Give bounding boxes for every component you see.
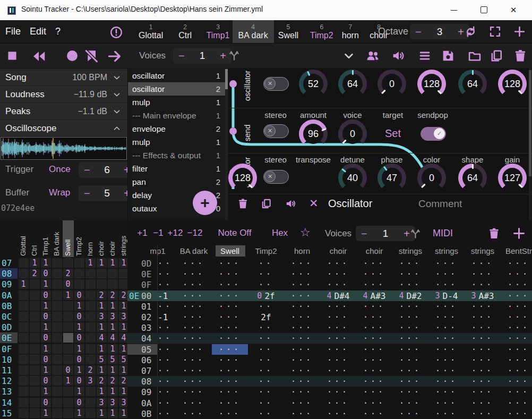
matrix-cell[interactable] bbox=[85, 344, 96, 354]
pattern-cell[interactable]: ·· bbox=[248, 345, 284, 354]
matrix-cell[interactable]: 1 bbox=[41, 387, 51, 396]
tab-instrument-swell[interactable]: 5Swell bbox=[272, 20, 304, 43]
matrix-cell[interactable] bbox=[63, 355, 73, 364]
pattern-cell[interactable]: ··· bbox=[392, 398, 428, 408]
matrix-cell[interactable]: 0 bbox=[41, 376, 51, 386]
matrix-cell[interactable]: 0 bbox=[74, 333, 84, 343]
pattern-cell[interactable]: ··· bbox=[392, 387, 428, 397]
matrix-cell[interactable]: 4 bbox=[97, 333, 107, 343]
buffer-mode-button[interactable]: Wrap bbox=[49, 187, 70, 198]
matrix-cell[interactable] bbox=[52, 312, 62, 321]
pattern-cell[interactable]: ··· bbox=[428, 302, 465, 311]
plus-icon[interactable] bbox=[512, 226, 526, 241]
matrix-cell[interactable]: 1 bbox=[63, 290, 73, 300]
pattern-cell[interactable]: ··· bbox=[320, 323, 356, 332]
matrix-cell[interactable]: 1 bbox=[97, 387, 107, 396]
pattern-track-8[interactable]: strings bbox=[435, 246, 458, 255]
pattern-track-6[interactable]: choir bbox=[366, 246, 383, 255]
knob-osc1-1[interactable]: 64 bbox=[338, 70, 367, 98]
matrix-cell[interactable] bbox=[63, 387, 73, 396]
matrix-cell[interactable]: 1 bbox=[97, 258, 107, 268]
unit-editor-scrollbar-thumb[interactable] bbox=[529, 70, 531, 176]
pattern-tool-+12[interactable]: +12 bbox=[168, 228, 183, 238]
matrix-cell[interactable] bbox=[108, 269, 118, 278]
comment-input[interactable]: Comment bbox=[418, 198, 462, 210]
pattern-cell[interactable]: ··· bbox=[392, 302, 428, 311]
matrix-cell[interactable] bbox=[63, 408, 73, 418]
matrix-cell[interactable] bbox=[52, 322, 62, 332]
unit-list-scrollbar[interactable] bbox=[225, 69, 228, 219]
pattern-cell[interactable]: ··· bbox=[428, 398, 465, 408]
pattern-cell[interactable]: ·· bbox=[158, 398, 177, 408]
matrix-cell[interactable] bbox=[19, 398, 29, 407]
matrix-cell[interactable] bbox=[74, 269, 84, 278]
matrix-track-2[interactable]: Timp1 bbox=[41, 222, 49, 256]
matrix-cell[interactable]: 1 bbox=[19, 279, 29, 289]
copy-icon[interactable] bbox=[260, 198, 272, 210]
pattern-cell[interactable]: ··· bbox=[465, 366, 501, 375]
pattern-cell[interactable]: ··· bbox=[356, 323, 392, 332]
matrix-track-3[interactable]: BA dark bbox=[53, 222, 61, 256]
matrix-cell[interactable]: 0 bbox=[74, 376, 84, 386]
pattern-row[interactable]: 02-1······2f····················· bbox=[127, 312, 532, 322]
matrix-row-label[interactable]: 0B bbox=[2, 301, 12, 311]
knob-osc2-5[interactable]: 128 bbox=[228, 164, 257, 192]
pattern-cell[interactable]: 2f bbox=[248, 312, 284, 322]
matrix-cell[interactable]: 0 bbox=[74, 312, 84, 321]
pattern-cell[interactable]: ··· bbox=[428, 366, 465, 375]
matrix-cell[interactable] bbox=[30, 301, 40, 311]
matrix-cell[interactable]: 5 bbox=[97, 355, 107, 364]
pattern-cell[interactable]: ··· bbox=[212, 355, 248, 365]
matrix-cell[interactable]: 1 bbox=[74, 322, 84, 332]
pattern-cell[interactable]: ··· bbox=[465, 377, 501, 386]
pattern-cell[interactable]: ··· bbox=[320, 366, 356, 375]
pattern-cell[interactable]: ··· bbox=[320, 312, 356, 322]
pattern-cell[interactable]: ··· bbox=[176, 323, 212, 332]
pattern-cell[interactable]: ··· bbox=[176, 366, 212, 375]
matrix-cell[interactable]: 1 bbox=[74, 344, 84, 354]
pattern-cell[interactable]: ··· bbox=[501, 377, 532, 386]
pattern-cell[interactable]: ··· bbox=[176, 280, 212, 289]
maximize-button[interactable] bbox=[471, 0, 496, 20]
knob-osc1-0[interactable]: 52 bbox=[299, 70, 328, 98]
matrix-cell[interactable] bbox=[52, 408, 62, 418]
pattern-cell[interactable]: ·· bbox=[248, 355, 284, 365]
matrix-cell[interactable] bbox=[97, 279, 107, 289]
octave-plus-button[interactable]: + bbox=[458, 27, 464, 37]
pattern-cell[interactable]: ·· bbox=[248, 387, 284, 397]
pattern-cell[interactable]: ··· bbox=[428, 323, 465, 332]
matrix-cell[interactable] bbox=[19, 344, 29, 354]
matrix-cell[interactable]: 2 bbox=[85, 365, 96, 375]
pattern-cell[interactable]: ··· bbox=[356, 334, 392, 343]
pattern-cell[interactable]: ··· bbox=[212, 398, 248, 408]
pattern-row[interactable]: 06······························· bbox=[127, 355, 532, 365]
matrix-cell[interactable] bbox=[19, 365, 29, 375]
pattern-cell[interactable]: ·· bbox=[158, 355, 177, 365]
pattern-cell[interactable]: ··· bbox=[320, 398, 356, 408]
tab-instrument-timp1[interactable]: 3Timp1 bbox=[201, 20, 236, 43]
matrix-cell[interactable]: 1 bbox=[41, 279, 51, 289]
minimize-button[interactable]: — bbox=[442, 0, 466, 20]
unit-list-item-filter[interactable]: filter1 bbox=[128, 162, 226, 175]
matrix-cell[interactable] bbox=[52, 258, 62, 268]
matrix-cell[interactable] bbox=[30, 312, 40, 321]
knob-osc1-3[interactable]: 128 bbox=[417, 70, 446, 98]
speaker-icon[interactable] bbox=[391, 48, 406, 63]
pattern-cell[interactable]: 4A#3 bbox=[356, 291, 392, 301]
matrix-cell[interactable]: 0 bbox=[41, 312, 51, 321]
matrix-cell[interactable] bbox=[19, 269, 29, 278]
matrix-cell[interactable]: 1 bbox=[41, 365, 51, 375]
pattern-cell[interactable]: ··· bbox=[392, 280, 428, 289]
pattern-cell[interactable]: ··· bbox=[356, 366, 392, 375]
pattern-cell[interactable]: ··· bbox=[212, 334, 248, 343]
knob-osc2-1[interactable]: 47 bbox=[377, 164, 406, 192]
matrix-cell[interactable]: 3 bbox=[108, 398, 118, 407]
pattern-cell[interactable]: ··· bbox=[284, 398, 320, 408]
unit-list-item-oscillator[interactable]: oscillator2 bbox=[128, 82, 226, 96]
pattern-row[interactable]: 08······························· bbox=[127, 376, 532, 387]
unit-list-item-Effectsoutput[interactable]: --- Effects & output1 bbox=[128, 149, 226, 162]
pattern-track-1[interactable]: BA dark bbox=[180, 246, 208, 255]
pattern-cell[interactable]: 4D#4 bbox=[320, 291, 356, 301]
pattern-cell[interactable]: ··· bbox=[320, 387, 356, 397]
pattern-cell[interactable]: ··· bbox=[356, 280, 392, 289]
